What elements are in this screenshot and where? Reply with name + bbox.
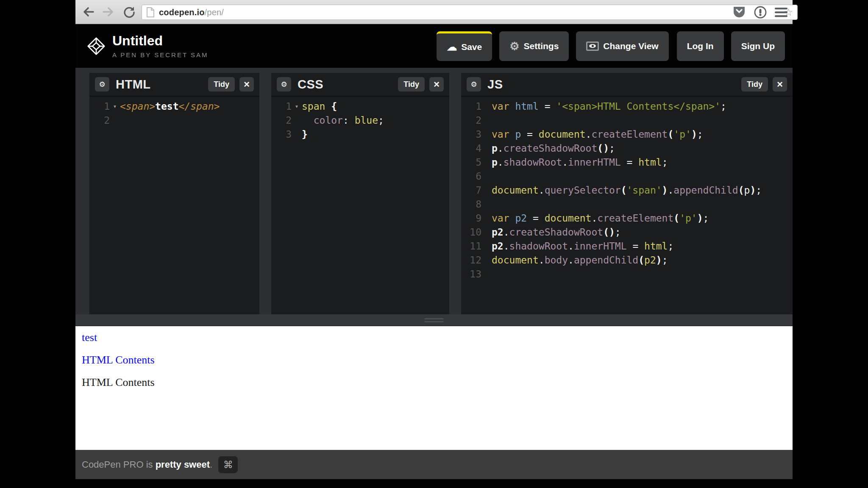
code-text: var html = '<span>HTML Contents</span>';: [492, 100, 726, 114]
line-number: 6: [461, 169, 481, 183]
url-bar[interactable]: codepen.io/pen/ ☆: [142, 5, 798, 20]
html-panel-title: HTML: [116, 78, 151, 92]
preview-text-html-contents-blue: HTML Contents: [82, 354, 793, 366]
horizontal-resizer: [75, 314, 793, 326]
html-panel: ⚙ HTML Tidy × 1▾<span>test</span>2: [89, 73, 259, 314]
back-icon[interactable]: [81, 5, 96, 19]
js-panel: ⚙ JS Tidy × 1var html = '<span>HTML Cont…: [461, 73, 793, 314]
fold-gutter: [292, 114, 302, 128]
line-number: 2: [271, 114, 292, 128]
code-text: var p2 = document.createElement('p');: [492, 211, 709, 225]
code-line: 11p2.shadowRoot.innerHTML = html;: [461, 239, 793, 253]
footer-bar: CodePen PRO is pretty sweet. ⌘: [75, 450, 793, 479]
line-number: 11: [461, 239, 481, 253]
line-number: 3: [271, 128, 292, 141]
css-code-editor[interactable]: 1▾span {2 color: blue;3}: [271, 97, 449, 141]
codepen-header: Untitled A PEN BY SECRET SAM ☁ Save ⚙ Se…: [75, 24, 793, 68]
log-in-button[interactable]: Log In: [677, 31, 724, 61]
js-tidy-button[interactable]: Tidy: [741, 77, 768, 92]
css-close-icon[interactable]: ×: [429, 77, 444, 92]
code-line: 2: [89, 114, 259, 128]
line-number: 2: [89, 114, 110, 128]
js-code-editor[interactable]: 1var html = '<span>HTML Contents</span>'…: [461, 97, 793, 281]
line-number: 1: [461, 100, 481, 114]
css-panel: ⚙ CSS Tidy × 1▾span {2 color: blue;3}: [271, 73, 449, 314]
gear-icon: ⚙: [509, 41, 519, 52]
fold-gutter: [481, 141, 492, 155]
code-line: 1▾<span>test</span>: [89, 100, 259, 114]
css-tidy-button[interactable]: Tidy: [398, 77, 425, 92]
fold-gutter: [481, 225, 492, 239]
fold-gutter: [481, 169, 492, 183]
fold-gutter: [110, 114, 120, 128]
reload-icon[interactable]: [122, 5, 136, 19]
code-line: 5p.shadowRoot.innerHTML = html;: [461, 155, 793, 169]
code-line: 1▾span {: [271, 100, 449, 114]
line-number: 8: [461, 197, 481, 211]
editor-section: ⚙ HTML Tidy × 1▾<span>test</span>2 ⚙ CSS…: [75, 68, 793, 314]
footer-text: CodePen PRO is pretty sweet.: [82, 459, 212, 470]
line-number: 10: [461, 225, 481, 239]
preview-text-html-contents-black: HTML Contents: [82, 377, 793, 388]
line-number: 9: [461, 211, 481, 225]
line-number: 13: [461, 267, 481, 281]
preview-pane: test HTML Contents HTML Contents: [75, 326, 793, 450]
menu-icon[interactable]: [775, 7, 787, 17]
code-line: 10p2.createShadowRoot();: [461, 225, 793, 239]
fold-gutter: [481, 239, 492, 253]
code-text: <span>test</span>: [120, 100, 220, 114]
html-tidy-button[interactable]: Tidy: [208, 77, 235, 92]
pen-title[interactable]: Untitled: [112, 33, 209, 48]
fold-gutter: [481, 267, 492, 281]
code-text: span {: [302, 100, 337, 114]
code-line: 2: [461, 114, 793, 128]
code-line: 13: [461, 267, 793, 281]
line-number: 3: [461, 128, 481, 141]
pen-author: A PEN BY SECRET SAM: [112, 51, 209, 58]
code-text: var p = document.createElement('p');: [492, 128, 703, 141]
code-line: 6: [461, 169, 793, 183]
onepassword-icon[interactable]: [754, 6, 767, 19]
fold-arrow-icon[interactable]: ▾: [292, 100, 302, 114]
html-settings-gear-icon[interactable]: ⚙: [95, 77, 109, 92]
code-line: 2 color: blue;: [271, 114, 449, 128]
code-text: document.body.appendChild(p2);: [492, 253, 668, 267]
code-text: }: [302, 128, 308, 141]
command-key-icon[interactable]: ⌘: [218, 456, 238, 473]
line-number: 12: [461, 253, 481, 267]
pocket-icon[interactable]: [732, 6, 746, 19]
code-line: 4p.createShadowRoot();: [461, 141, 793, 155]
code-text: p.shadowRoot.innerHTML = html;: [492, 155, 668, 169]
css-settings-gear-icon[interactable]: ⚙: [277, 77, 291, 92]
css-panel-title: CSS: [298, 78, 323, 92]
fold-arrow-icon[interactable]: ▾: [110, 100, 120, 114]
browser-toolbar: codepen.io/pen/ ☆: [75, 0, 793, 24]
code-line: 8: [461, 197, 793, 211]
fold-gutter: [481, 183, 492, 197]
forward-icon[interactable]: [101, 5, 115, 19]
code-line: 12document.body.appendChild(p2);: [461, 253, 793, 267]
code-line: 3}: [271, 128, 449, 141]
settings-button[interactable]: ⚙ Settings: [499, 31, 569, 61]
codepen-logo-icon[interactable]: [87, 36, 106, 56]
fold-gutter: [481, 155, 492, 169]
change-view-button[interactable]: Change View: [576, 31, 668, 61]
code-line: 9var p2 = document.createElement('p');: [461, 211, 793, 225]
fold-gutter: [481, 197, 492, 211]
js-panel-title: JS: [487, 78, 503, 92]
html-code-editor[interactable]: 1▾<span>test</span>2: [89, 97, 259, 128]
sign-up-button[interactable]: Sign Up: [731, 31, 785, 61]
fold-gutter: [481, 253, 492, 267]
code-text: document.querySelector('span').appendChi…: [492, 183, 762, 197]
page-icon: [146, 7, 155, 17]
save-button[interactable]: ☁ Save: [437, 31, 492, 61]
fold-gutter: [481, 114, 492, 128]
js-close-icon[interactable]: ×: [773, 77, 787, 92]
fold-gutter: [292, 128, 302, 141]
fold-gutter: [481, 128, 492, 141]
html-close-icon[interactable]: ×: [239, 77, 254, 92]
line-number: 2: [461, 114, 481, 128]
code-text: color: blue;: [302, 114, 384, 128]
js-settings-gear-icon[interactable]: ⚙: [467, 77, 481, 92]
resizer-drag-handle-icon[interactable]: [424, 318, 444, 324]
